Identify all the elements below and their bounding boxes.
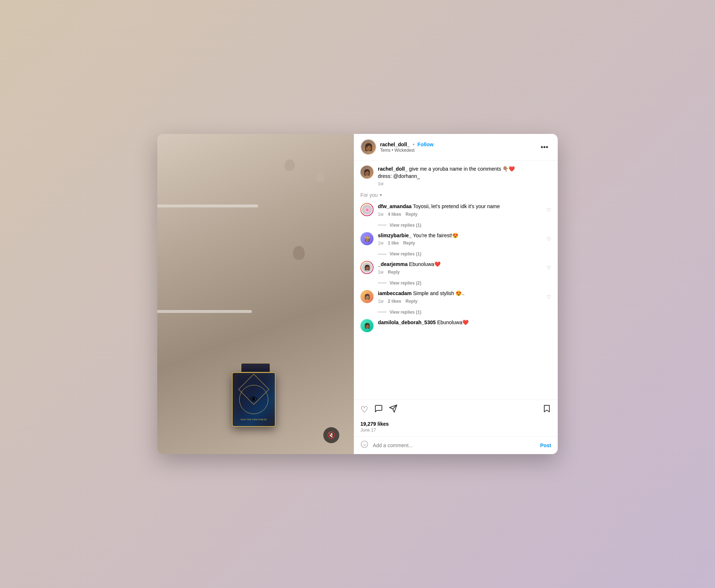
volume-button[interactable]: 🔇	[323, 427, 339, 443]
like-icon: ♡	[360, 405, 368, 415]
comment-avatar-image-1: 🌸	[362, 204, 372, 215]
for-you-section[interactable]: For you ▾	[360, 192, 551, 198]
save-button[interactable]	[542, 404, 551, 415]
comment-button[interactable]	[374, 404, 383, 415]
for-you-chevron-icon: ▾	[380, 192, 382, 198]
comment-likes-4: 2 likes	[388, 299, 401, 304]
comment-reply-button-1[interactable]: Reply	[406, 212, 418, 217]
comment-reply-button-2[interactable]: Reply	[403, 241, 415, 246]
decorative-pot-2	[316, 172, 324, 182]
comment-meta-2: 1w 1 like Reply	[378, 241, 542, 246]
comments-section[interactable]: 👩🏾 rachel_doll_ give me a yoruba name in…	[354, 160, 558, 400]
poster-avatar[interactable]: 👩🏾	[360, 139, 376, 155]
poster-info: rachel_doll_ • Follow Tems • Wickedest	[380, 142, 534, 153]
post-media-panel: OUD FOR GREATNESS 🔇	[157, 134, 354, 454]
post-details-panel: 👩🏾 rachel_doll_ • Follow Tems • Wickedes…	[354, 134, 558, 454]
comment-meta-3: 1w Reply	[378, 270, 542, 275]
commenter-username-5[interactable]: damilola_deborah_5305	[378, 319, 436, 325]
comment-likes-1: 4 likes	[388, 212, 401, 217]
caption-text: rachel_doll_ give me a yoruba name in th…	[378, 166, 551, 180]
comment-avatar-image-5: 👩🏾	[360, 319, 374, 332]
commenter-content-5: Ebunoluwa❤️	[437, 319, 469, 325]
emoji-icon	[360, 441, 368, 450]
comment-meta-1: 1w 4 likes Reply	[378, 212, 542, 217]
comment-avatar-4[interactable]: 👩🏽	[360, 290, 374, 303]
comment-avatar-inner-1: 🌸	[361, 204, 373, 215]
view-replies-2[interactable]: View replies (1)	[378, 251, 551, 257]
comment-input-field[interactable]	[373, 442, 536, 448]
caption-avatar[interactable]: 👩🏾	[360, 166, 374, 179]
view-replies-4[interactable]: View replies (1)	[378, 310, 551, 315]
volume-icon: 🔇	[327, 431, 335, 439]
poster-avatar-image: 👩🏾	[361, 140, 376, 154]
comment-reply-button-3[interactable]: Reply	[388, 270, 400, 275]
video-background: OUD FOR GREATNESS 🔇	[157, 134, 354, 454]
post-comment-button[interactable]: Post	[540, 442, 551, 448]
comment-body-5: damilola_deborah_5305 Ebunoluwa❤️	[378, 319, 551, 332]
dot-separator: •	[413, 142, 415, 147]
decorative-pot-1	[285, 159, 295, 171]
view-replies-1[interactable]: View replies (1)	[378, 223, 551, 228]
view-replies-line-3	[378, 283, 387, 283]
comment-like-button-1[interactable]: ♡	[546, 203, 551, 217]
bottle-cap	[241, 363, 270, 372]
view-replies-button-1[interactable]: View replies (1)	[390, 223, 421, 228]
commenter-content-4: Simple and stylish 😍..	[413, 290, 465, 296]
save-icon	[542, 404, 551, 415]
comment-like-button-3[interactable]: ♡	[546, 261, 551, 275]
commenter-username-2[interactable]: slimzybarbie_	[378, 233, 412, 238]
comment-item: 👸🏽 slimzybarbie_ You're the fairest!😍 1w…	[360, 232, 551, 246]
bottle-body: OUD FOR GREATNESS	[232, 372, 276, 427]
comment-item: 👩🏾 _dearjemma Ebunoluwa❤️ 1w Reply ♡	[360, 261, 551, 275]
comment-avatar-5[interactable]: 👩🏾	[360, 319, 374, 332]
perfume-bottle: OUD FOR GREATNESS	[232, 363, 279, 425]
more-options-button[interactable]: •••	[538, 142, 551, 153]
comment-body-2: slimzybarbie_ You're the fairest!😍 1w 1 …	[378, 232, 542, 246]
more-options-icon: •••	[541, 143, 548, 151]
comment-avatar-2[interactable]: 👸🏽	[360, 232, 374, 245]
post-actions-bar: ♡	[354, 400, 558, 420]
commenter-username-4[interactable]: iambeccadam	[378, 290, 412, 296]
view-replies-3[interactable]: View replies (2)	[378, 281, 551, 286]
comment-avatar-ring-3[interactable]: 👩🏾	[360, 261, 374, 274]
view-replies-button-4[interactable]: View replies (1)	[390, 310, 421, 315]
comment-body-1: dfw_amandaa Toyosii, let's pretend idk i…	[378, 203, 542, 217]
caption-time: 1w	[378, 181, 383, 186]
comment-text-5: damilola_deborah_5305 Ebunoluwa❤️	[378, 319, 551, 326]
comment-avatar-ring-1[interactable]: 🌸	[360, 203, 374, 216]
comment-reply-button-4[interactable]: Reply	[406, 299, 418, 304]
comment-body-3: _dearjemma Ebunoluwa❤️ 1w Reply	[378, 261, 542, 275]
share-button[interactable]	[389, 404, 398, 415]
comment-avatar-inner-3: 👩🏾	[361, 262, 373, 273]
emoji-picker-button[interactable]	[360, 440, 368, 450]
bottle-eye-ornament	[239, 385, 268, 414]
comment-item: 🌸 dfw_amandaa Toyosii, let's pretend idk…	[360, 203, 551, 217]
comment-input-area: Post	[354, 436, 558, 454]
caption-username[interactable]: rachel_doll_	[378, 166, 408, 172]
commenter-username-1[interactable]: dfw_amandaa	[378, 203, 412, 209]
comment-time-4: 1w	[378, 299, 383, 304]
shelf-1	[157, 204, 258, 207]
comment-like-button-2[interactable]: ♡	[546, 232, 551, 246]
post-caption: 👩🏾 rachel_doll_ give me a yoruba name in…	[360, 166, 551, 186]
comment-body-4: iambeccadam Simple and stylish 😍.. 1w 2 …	[378, 290, 542, 304]
likes-count[interactable]: 19,279 likes	[360, 421, 551, 427]
shelf-2	[157, 310, 252, 313]
like-button[interactable]: ♡	[360, 405, 368, 415]
comment-avatar-image-3: 👩🏾	[362, 262, 372, 273]
commenter-username-3[interactable]: _dearjemma	[378, 261, 408, 267]
bottle-text: OUD FOR GREATNESS	[241, 418, 267, 421]
comment-text-3: _dearjemma Ebunoluwa❤️	[378, 261, 542, 268]
view-replies-button-3[interactable]: View replies (2)	[390, 281, 421, 286]
comment-meta-4: 1w 2 likes Reply	[378, 299, 542, 304]
view-replies-line-2	[378, 254, 387, 254]
view-replies-button-2[interactable]: View replies (1)	[390, 251, 421, 257]
comment-text-1: dfw_amandaa Toyosii, let's pretend idk i…	[378, 203, 542, 210]
comment-avatar-image-2: 👸🏽	[360, 232, 374, 245]
follow-button[interactable]: Follow	[418, 142, 434, 147]
poster-username[interactable]: rachel_doll_	[380, 142, 410, 147]
post-subtitle: Tems • Wickedest	[380, 148, 534, 153]
post-date: June 17	[360, 428, 551, 433]
comment-like-button-4[interactable]: ♡	[546, 290, 551, 304]
post-stats: 19,279 likes June 17	[354, 420, 558, 436]
